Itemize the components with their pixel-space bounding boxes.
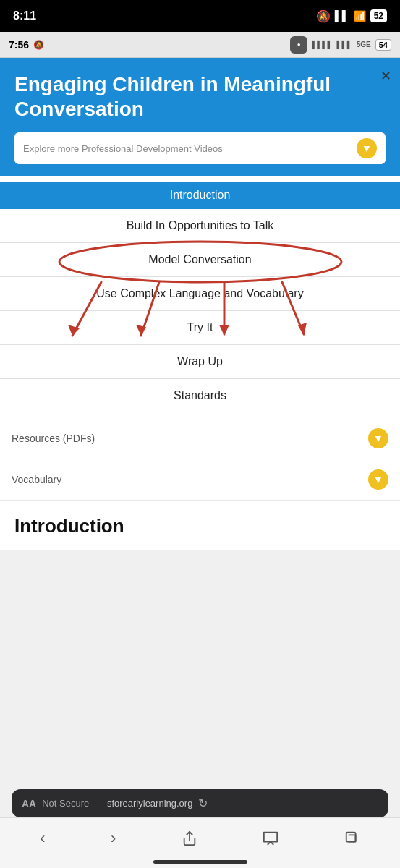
- inner-icons: ● ▌▌▌▌ ▌▌▌ 5GE 54: [290, 36, 391, 54]
- inner-time: 7:56: [9, 39, 29, 51]
- nav-item-build[interactable]: Build In Opportunities to Talk: [0, 209, 400, 243]
- bookmarks-button[interactable]: [263, 830, 278, 846]
- nav-item-try[interactable]: Try It: [0, 311, 400, 345]
- signal-icon: ▌▌: [335, 10, 349, 22]
- explore-dropdown-arrow[interactable]: ▼: [357, 138, 377, 158]
- nav-item-wrap-label: Wrap Up: [177, 355, 223, 367]
- nav-item-standards-label: Standards: [174, 389, 226, 401]
- browser-not-secure: Not Secure —: [42, 798, 101, 809]
- nav-item-standards[interactable]: Standards: [0, 379, 400, 412]
- resources-arrow[interactable]: ▼: [368, 428, 388, 448]
- resources-label: Resources (PDFs): [12, 433, 95, 444]
- browser-url[interactable]: sforearlylearning.org: [107, 798, 193, 809]
- vocabulary-arrow[interactable]: ▼: [368, 469, 388, 490]
- explore-dropdown[interactable]: Explore more Professional Development Vi…: [14, 132, 386, 164]
- home-indicator: [153, 860, 247, 864]
- wifi-icon: 📶: [354, 10, 366, 22]
- battery-badge: 52: [370, 9, 387, 22]
- explore-dropdown-text: Explore more Professional Development Vi…: [23, 143, 351, 154]
- intro-section: Introduction: [0, 501, 400, 550]
- nav-section: Introduction Build In Opportunities to T…: [0, 182, 400, 412]
- inner-mute-icon: 🔕: [33, 40, 44, 50]
- close-button[interactable]: ✕: [380, 68, 391, 84]
- browser-aa[interactable]: AA: [22, 798, 36, 809]
- nav-item-complex[interactable]: Use Complex Language and Vocabulary: [0, 277, 400, 311]
- browser-refresh-icon[interactable]: ↻: [198, 796, 208, 810]
- nav-item-complex-label: Use Complex Language and Vocabulary: [96, 287, 303, 299]
- back-button[interactable]: ‹: [40, 829, 45, 848]
- mute-icon: 🔕: [316, 9, 331, 23]
- nav-header: Introduction: [0, 182, 400, 209]
- blue-header: Engaging Children in Meaningful Conversa…: [0, 58, 400, 176]
- inner-status-bar: 7:56 🔕 ● ▌▌▌▌ ▌▌▌ 5GE 54: [0, 32, 400, 58]
- status-time: 8:11: [13, 9, 36, 22]
- vocabulary-label: Vocabulary: [12, 474, 61, 485]
- tabs-button[interactable]: [344, 830, 360, 846]
- nav-item-try-label: Try It: [187, 321, 213, 333]
- inner-battery: 54: [375, 39, 391, 51]
- svg-rect-10: [346, 832, 356, 841]
- status-icons: 🔕 ▌▌ 📶 52: [316, 9, 387, 23]
- vocabulary-accordion[interactable]: Vocabulary ▼: [0, 459, 400, 501]
- nav-item-model[interactable]: Model Conversation: [0, 243, 400, 277]
- app-icon: ●: [290, 36, 307, 54]
- content-area: Engaging Children in Meaningful Conversa…: [0, 58, 400, 550]
- status-bar: 8:11 🔕 ▌▌ 📶 52: [0, 0, 400, 32]
- intro-title: Introduction: [14, 515, 386, 537]
- nav-item-model-label: Model Conversation: [148, 253, 251, 265]
- inner-signal-icon: ▌▌▌: [336, 41, 352, 48]
- resources-accordion[interactable]: Resources (PDFs) ▼: [0, 418, 400, 459]
- accordion-section: Resources (PDFs) ▼ Vocabulary ▼: [0, 418, 400, 501]
- inner-network-label: 5GE: [357, 41, 371, 48]
- share-button[interactable]: [182, 830, 197, 846]
- inner-audio-icon: ▌▌▌▌: [312, 41, 332, 48]
- page-title: Engaging Children in Meaningful Conversa…: [14, 72, 386, 121]
- nav-item-wrap[interactable]: Wrap Up: [0, 345, 400, 379]
- browser-bar: AA Not Secure — sforearlylearning.org ↻: [12, 789, 388, 817]
- nav-item-build-label: Build In Opportunities to Talk: [127, 219, 273, 231]
- phone-inner: 7:56 🔕 ● ▌▌▌▌ ▌▌▌ 5GE 54 ✕ Engaging Chil…: [0, 32, 400, 868]
- forward-button[interactable]: ›: [111, 829, 116, 848]
